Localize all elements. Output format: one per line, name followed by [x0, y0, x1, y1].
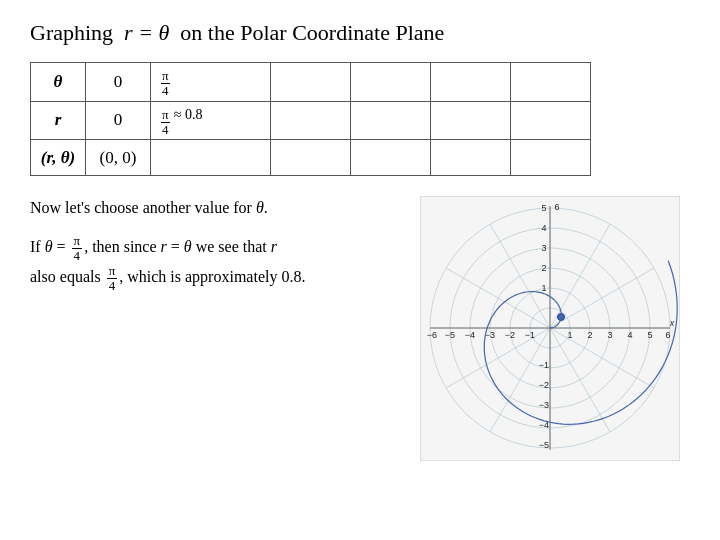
svg-text:1: 1 — [567, 330, 572, 340]
svg-text:−1: −1 — [539, 360, 549, 370]
explanation-text: Now let's choose another value for θ. If… — [30, 196, 400, 307]
point-empty-3 — [431, 140, 511, 176]
svg-text:−5: −5 — [445, 330, 455, 340]
svg-text:4: 4 — [541, 223, 546, 233]
theta-empty-4 — [511, 63, 591, 102]
table-row-r: r 0 π 4 ≈ 0.8 — [31, 101, 591, 140]
svg-text:6: 6 — [665, 330, 670, 340]
polar-chart-container: 1 2 3 4 5 6 −1 −2 −3 −4 −5 1 — [420, 196, 680, 461]
line2-3: If θ = π4, then since r = θ we see that … — [30, 234, 400, 293]
table-row-point: (r, θ) (0, 0) — [31, 140, 591, 176]
theta-empty-2 — [351, 63, 431, 102]
svg-text:5: 5 — [647, 330, 652, 340]
svg-text:−6: −6 — [427, 330, 437, 340]
svg-text:1: 1 — [541, 283, 546, 293]
polar-chart: 1 2 3 4 5 6 −1 −2 −3 −4 −5 1 — [420, 196, 680, 461]
point-empty-2 — [351, 140, 431, 176]
svg-text:2: 2 — [541, 263, 546, 273]
line1: Now let's choose another value for θ. — [30, 196, 400, 220]
r-empty-1 — [271, 101, 351, 140]
svg-text:−5: −5 — [539, 440, 549, 450]
title-graphing: Graphing — [30, 20, 113, 45]
table-row-theta: θ 0 π 4 — [31, 63, 591, 102]
svg-text:4: 4 — [627, 330, 632, 340]
theta-empty-3 — [431, 63, 511, 102]
r-empty-4 — [511, 101, 591, 140]
svg-text:2: 2 — [587, 330, 592, 340]
values-table: θ 0 π 4 r 0 π — [30, 62, 591, 176]
r-empty-3 — [431, 101, 511, 140]
svg-text:−2: −2 — [505, 330, 515, 340]
title-equation: r = θ — [124, 20, 169, 45]
r-val-0: 0 — [86, 101, 151, 140]
svg-text:−1: −1 — [525, 330, 535, 340]
svg-text:5: 5 — [541, 203, 546, 213]
r-empty-2 — [351, 101, 431, 140]
point-val-empty — [151, 140, 271, 176]
svg-text:−3: −3 — [539, 400, 549, 410]
theta-empty-1 — [271, 63, 351, 102]
r-val-pi4-approx: π 4 ≈ 0.8 — [151, 101, 271, 140]
theta-val-pi4: π 4 — [151, 63, 271, 102]
point-empty-1 — [271, 140, 351, 176]
r-symbol: r — [31, 101, 86, 140]
svg-text:3: 3 — [541, 243, 546, 253]
point-empty-4 — [511, 140, 591, 176]
theta-val-0: 0 — [86, 63, 151, 102]
title-suffix: on the Polar Coordinate Plane — [180, 20, 444, 45]
svg-text:3: 3 — [607, 330, 612, 340]
point-symbol: (r, θ) — [31, 140, 86, 176]
svg-text:6: 6 — [554, 202, 559, 212]
point-val-00: (0, 0) — [86, 140, 151, 176]
svg-text:−2: −2 — [539, 380, 549, 390]
page: Graphing r = θ on the Polar Coordinate P… — [0, 0, 720, 540]
bottom-section: Now let's choose another value for θ. If… — [30, 196, 690, 461]
theta-symbol: θ — [31, 63, 86, 102]
page-title: Graphing r = θ on the Polar Coordinate P… — [30, 20, 690, 46]
svg-text:x: x — [669, 318, 675, 328]
svg-text:−4: −4 — [465, 330, 475, 340]
